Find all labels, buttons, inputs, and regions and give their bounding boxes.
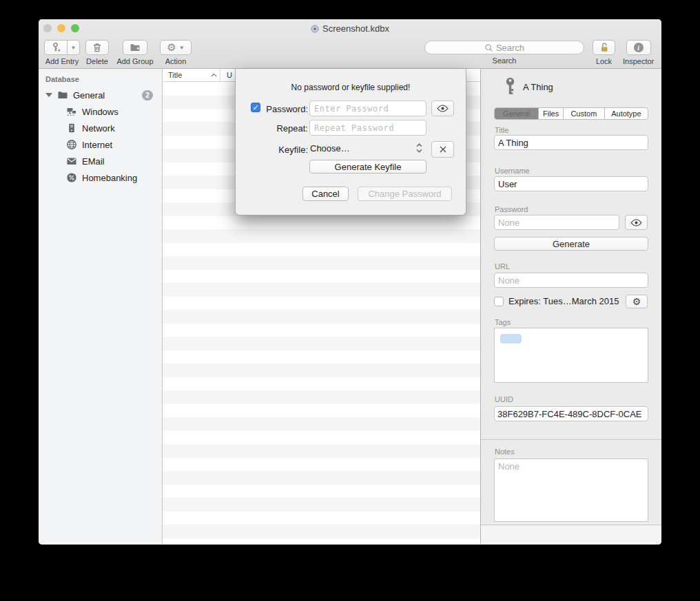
sidebar-item-label: EMail	[82, 156, 105, 167]
title-field[interactable]	[494, 135, 648, 150]
lock-button[interactable]	[593, 40, 615, 55]
key-icon	[504, 76, 517, 96]
sidebar-item-network[interactable]: Network	[39, 120, 162, 136]
eye-icon	[630, 219, 642, 226]
tab-custom[interactable]: Custom	[564, 108, 605, 119]
sidebar-item-label: Windows	[82, 107, 119, 117]
sidebar-item-label: General	[73, 90, 105, 101]
add-group-button[interactable]	[123, 40, 147, 55]
change-password-button[interactable]: Change Password	[358, 187, 452, 201]
change-password-sheet: No password or keyfile supplied! ✓ Passw…	[235, 69, 466, 215]
url-field[interactable]	[494, 273, 648, 288]
lock-toolbar-item: Lock	[593, 40, 615, 65]
action-button[interactable]: ⚙ ▼	[160, 40, 192, 55]
chevron-down-icon: ▼	[71, 45, 76, 51]
eye-icon	[437, 105, 449, 112]
tag-pill[interactable]	[500, 334, 522, 344]
password-field-label: Password	[495, 205, 528, 213]
inspector-label: Inspector	[623, 57, 654, 65]
close-x-icon	[439, 145, 447, 154]
generate-password-button[interactable]: Generate	[494, 237, 648, 251]
globe-icon	[66, 139, 77, 150]
column-header-title[interactable]: Title	[163, 69, 220, 81]
disclosure-triangle-icon[interactable]	[45, 93, 52, 97]
change-password-button-label: Change Password	[368, 189, 441, 199]
document-icon	[311, 25, 319, 35]
entry-count-badge: 2	[142, 90, 153, 101]
inspector-button[interactable]: i	[626, 40, 651, 55]
sidebar-header: Database	[45, 75, 79, 83]
add-entry-label: Add Entry	[45, 57, 79, 65]
expires-label: Expires: Tues…March 2015	[508, 296, 619, 306]
password-field[interactable]	[494, 215, 619, 230]
tags-label: Tags	[495, 318, 511, 326]
title-field-label: Title	[495, 126, 508, 134]
window-title-text: Screenshot.kdbx	[322, 23, 389, 34]
stepper-icon[interactable]	[416, 143, 422, 154]
envelope-icon	[66, 156, 77, 167]
sidebar-item-email[interactable]: EMail	[39, 153, 162, 169]
lock-open-icon	[599, 42, 610, 53]
tab-general[interactable]: General	[495, 108, 539, 119]
add-entry-dropdown-button[interactable]: ▼	[68, 40, 80, 55]
info-icon: i	[634, 43, 644, 52]
action-label: Action	[165, 57, 187, 65]
sidebar: Database General 2 Windows Network	[39, 69, 163, 545]
notes-label: Notes	[495, 447, 515, 456]
add-entry-button[interactable]	[44, 40, 68, 55]
url-field-label: URL	[495, 262, 510, 271]
keyfile-popup[interactable]: Choose…	[310, 143, 350, 154]
tab-autotype[interactable]: Autotype	[605, 108, 648, 119]
search-icon	[484, 43, 493, 52]
username-field[interactable]	[494, 176, 648, 191]
search-toolbar-item: Search Search	[424, 41, 584, 65]
toolbar: ▼ Add Entry Delete	[39, 38, 661, 69]
dialog-repeat-label: Repeat:	[236, 123, 308, 134]
column-title-label: Title	[168, 71, 182, 79]
cancel-button[interactable]: Cancel	[302, 187, 349, 201]
tab-files[interactable]: Files	[539, 108, 564, 119]
sidebar-item-homebanking[interactable]: Homebanking	[39, 169, 162, 186]
sidebar-item-internet[interactable]: Internet	[39, 136, 162, 153]
server-icon	[66, 123, 77, 134]
sheet-message: No password or keyfile supplied!	[236, 83, 466, 92]
inspector-tabs: General Files Custom Autotype	[494, 107, 648, 120]
sidebar-item-label: Homebanking	[82, 173, 137, 183]
inspector-panel: A Thing General Files Custom Autotype Ti…	[480, 69, 661, 545]
add-entry-toolbar-item: ▼ Add Entry	[44, 40, 80, 65]
dialog-reveal-password-button[interactable]	[431, 101, 454, 116]
gear-icon: ⚙	[632, 297, 641, 306]
key-plus-icon	[50, 42, 61, 53]
trash-icon	[92, 42, 103, 53]
delete-toolbar-item: Delete	[85, 40, 109, 65]
sidebar-item-windows[interactable]: Windows	[39, 103, 162, 120]
uuid-field[interactable]	[494, 406, 648, 421]
sort-ascending-icon	[211, 73, 217, 77]
entry-title: A Thing	[523, 82, 553, 92]
username-field-label: Username	[495, 167, 530, 175]
notes-textarea[interactable]	[494, 458, 648, 522]
windows-icon	[66, 106, 77, 117]
app-window: Screenshot.kdbx ▼ Add Entry	[39, 19, 661, 545]
percent-icon	[66, 172, 77, 183]
sidebar-item-label: Internet	[82, 140, 112, 150]
lock-label: Lock	[596, 57, 612, 65]
delete-button[interactable]	[85, 40, 109, 55]
column-header-username[interactable]: U	[220, 69, 232, 81]
sidebar-item-general[interactable]: General 2	[39, 87, 162, 103]
expires-checkbox[interactable]	[494, 297, 504, 306]
window-chrome: Screenshot.kdbx ▼ Add Entry	[39, 19, 661, 69]
add-group-label: Add Group	[116, 57, 153, 65]
expires-settings-button[interactable]: ⚙	[626, 295, 648, 308]
reveal-password-button[interactable]	[625, 215, 648, 230]
dialog-password-input[interactable]	[309, 101, 426, 116]
tags-box[interactable]	[494, 328, 648, 383]
generate-keyfile-button[interactable]: Generate Keyfile	[309, 160, 426, 173]
search-input[interactable]: Search	[424, 41, 584, 54]
action-toolbar-item: ⚙ ▼ Action	[160, 40, 192, 65]
clear-keyfile-button[interactable]	[431, 141, 454, 158]
search-label: Search	[493, 56, 517, 65]
dialog-repeat-input[interactable]	[309, 120, 426, 136]
folder-plus-icon	[130, 42, 141, 53]
inspector-toolbar-item: i Inspector	[623, 40, 654, 65]
